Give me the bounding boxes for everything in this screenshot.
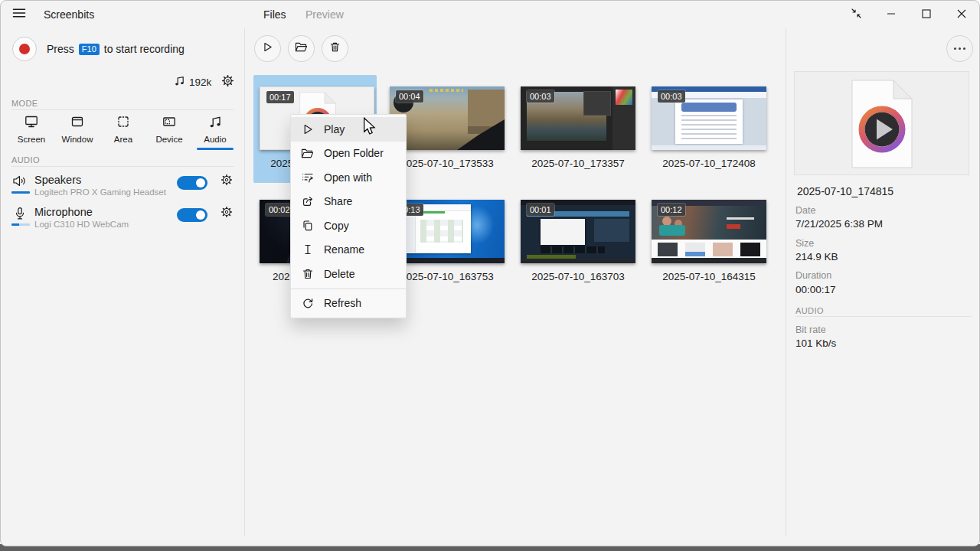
audio-device-microphone: Microphone Logi C310 HD WebCam [1, 206, 244, 236]
detail-label-date: Date [795, 205, 815, 216]
toggle-knob [196, 178, 205, 187]
tab-files[interactable]: Files [263, 1, 286, 28]
thumb-art [727, 224, 740, 229]
maximize-button[interactable] [909, 1, 944, 28]
audio-section-title: AUDIO [11, 155, 40, 165]
menu-item-rename[interactable]: Rename [291, 238, 406, 262]
compact-mode-icon [850, 7, 863, 23]
mode-label: Device [148, 135, 191, 144]
file-thumbnail[interactable]: 00:13 [390, 200, 505, 263]
file-thumbnail[interactable]: 00:03 [652, 86, 766, 150]
mode-label: Window [56, 135, 99, 144]
microphone-settings-button[interactable] [219, 206, 234, 221]
play-icon [262, 41, 273, 56]
thumb-art [541, 219, 585, 245]
menu-item-label: Open Folder [324, 147, 384, 159]
divider [795, 316, 972, 317]
audio-notes-icon [207, 119, 223, 132]
thumb-art [583, 91, 611, 116]
divider [11, 166, 234, 167]
open-folder-icon [295, 41, 308, 56]
more-options-button[interactable] [946, 35, 973, 62]
menu-item-label: Copy [324, 220, 349, 232]
recording-settings-button[interactable] [219, 73, 236, 90]
thumb-art [594, 219, 629, 242]
rename-icon [301, 243, 314, 256]
hotkey-badge: F10 [79, 44, 100, 55]
more-ellipsis-icon [959, 47, 961, 50]
detail-label-duration: Duration [795, 270, 831, 281]
close-button[interactable] [944, 1, 979, 28]
details-filename: 2025-07-10_174815 [797, 185, 893, 197]
thumb-art [652, 258, 766, 263]
tab-preview[interactable]: Preview [305, 1, 344, 28]
speakers-level-meter [11, 191, 30, 194]
delete-file-button[interactable] [322, 35, 348, 62]
thumb-art [652, 145, 766, 150]
window-controls [838, 1, 979, 28]
mode-item-audio[interactable]: Audio [194, 114, 237, 144]
detail-label-size: Size [795, 238, 814, 249]
mode-item-device[interactable]: Device [148, 114, 191, 144]
compact-mode-button[interactable] [838, 1, 874, 28]
menu-item-label: Play [324, 123, 345, 135]
gear-icon [220, 173, 234, 190]
menu-item-share[interactable]: Share [291, 190, 406, 214]
microphone-toggle[interactable] [177, 208, 207, 222]
open-folder-icon [301, 147, 314, 160]
hamburger-menu-button[interactable] [10, 6, 28, 23]
mode-item-screen[interactable]: Screen [10, 114, 53, 144]
play-file-button[interactable] [254, 35, 281, 62]
record-hint-suffix: to start recording [104, 43, 185, 55]
menu-item-label: Rename [324, 243, 364, 256]
record-dot-icon [19, 44, 30, 54]
microphone-icon [14, 207, 29, 222]
bitrate-value: 192k [189, 77, 211, 88]
file-thumbnail[interactable]: 00:01 [521, 200, 635, 263]
speakers-toggle[interactable] [177, 176, 207, 190]
menu-item-open-with[interactable]: Open with [291, 165, 406, 190]
thumb-art [541, 246, 605, 253]
sidebar-divider [244, 28, 245, 536]
gear-icon [220, 205, 234, 222]
app-title: Screenbits [44, 1, 94, 28]
file-preview [794, 71, 969, 175]
file-thumbnail[interactable]: 00:03 [521, 86, 635, 150]
details-divider [786, 28, 786, 536]
mode-section-title: MODE [11, 99, 38, 108]
delete-icon [329, 41, 341, 56]
thumb-art [616, 90, 632, 105]
file-name: 2025-07-10_172408 [652, 158, 766, 169]
file-name: 2025-07-10_173533 [390, 158, 505, 169]
open-folder-button[interactable] [288, 35, 315, 62]
record-button[interactable] [12, 37, 37, 61]
device-name: Speakers [34, 174, 81, 186]
minimize-button[interactable] [874, 1, 909, 28]
menu-item-play[interactable]: Play [291, 117, 406, 142]
mode-item-window[interactable]: Window [56, 114, 99, 144]
menu-item-open-folder[interactable]: Open Folder [291, 142, 406, 166]
menu-item-refresh[interactable]: Refresh [291, 292, 406, 316]
menu-item-label: Share [324, 195, 352, 207]
screen-icon [24, 119, 39, 132]
menu-item-delete[interactable]: Delete [291, 262, 406, 286]
audio-device-speakers: Speakers Logitech PRO X Gaming Headset [1, 174, 244, 204]
file-thumbnail[interactable]: 00:12 [652, 200, 766, 263]
speakers-settings-button[interactable] [219, 174, 234, 189]
file-name: 2025-07-10_163753 [390, 271, 505, 282]
minimize-icon [887, 8, 896, 21]
divider [11, 109, 234, 110]
area-icon [116, 119, 131, 132]
duration-badge: 00:01 [527, 204, 554, 216]
file-name: 2025-07-10_163703 [521, 271, 635, 282]
more-ellipsis-icon [954, 47, 956, 50]
file-name: 2025-07-10_164315 [652, 271, 766, 282]
menu-item-copy[interactable]: Copy [291, 214, 406, 238]
close-icon [957, 8, 966, 21]
maximize-icon [922, 8, 931, 21]
file-thumbnail[interactable]: 00:04 [390, 86, 505, 150]
mode-label: Audio [194, 135, 237, 144]
device-description: Logi C310 HD WebCam [34, 220, 129, 229]
mode-item-area[interactable]: Area [102, 114, 145, 144]
detail-value-bitrate: 101 Kb/s [795, 337, 836, 349]
